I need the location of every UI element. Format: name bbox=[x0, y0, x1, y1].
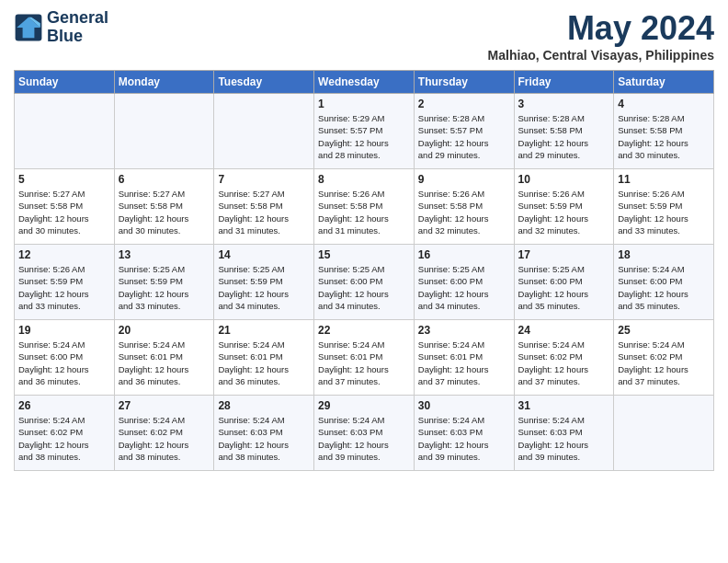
calendar-cell: 23Sunrise: 5:24 AMSunset: 6:01 PMDayligh… bbox=[414, 320, 514, 396]
day-info-line: Sunset: 5:58 PM bbox=[18, 201, 83, 211]
day-info-line: Daylight: 12 hours bbox=[518, 364, 589, 374]
day-info-line: and 37 minutes. bbox=[418, 376, 481, 386]
day-info-line: and 30 minutes. bbox=[18, 225, 81, 236]
day-info-line: Daylight: 12 hours bbox=[618, 138, 688, 148]
day-info-line: and 30 minutes. bbox=[119, 225, 181, 236]
day-number: 13 bbox=[119, 248, 210, 261]
day-info: Sunrise: 5:25 AMSunset: 6:00 PMDaylight:… bbox=[318, 263, 410, 312]
day-info-line: Sunrise: 5:26 AM bbox=[18, 264, 85, 274]
calendar-cell: 13Sunrise: 5:25 AMSunset: 5:59 PMDayligh… bbox=[114, 245, 214, 320]
day-info-line: Daylight: 12 hours bbox=[119, 289, 189, 299]
day-info-line: Sunset: 6:01 PM bbox=[318, 351, 382, 362]
calendar-cell: 30Sunrise: 5:24 AMSunset: 6:03 PMDayligh… bbox=[414, 396, 514, 471]
day-info-line: and 37 minutes. bbox=[318, 376, 381, 386]
day-info-line: and 36 minutes. bbox=[18, 376, 81, 386]
weekday-header-wednesday: Wednesday bbox=[314, 71, 415, 94]
day-info-line: Daylight: 12 hours bbox=[418, 364, 489, 374]
day-info-line: Daylight: 12 hours bbox=[218, 440, 289, 450]
day-info-line: Sunrise: 5:26 AM bbox=[318, 189, 384, 199]
day-info: Sunrise: 5:24 AMSunset: 6:03 PMDaylight:… bbox=[518, 414, 610, 463]
day-number: 2 bbox=[418, 98, 510, 110]
calendar-cell: 22Sunrise: 5:24 AMSunset: 6:01 PMDayligh… bbox=[314, 320, 415, 396]
day-info-line: Sunrise: 5:28 AM bbox=[618, 113, 684, 123]
day-info-line: Daylight: 12 hours bbox=[18, 440, 89, 450]
day-info-line: Daylight: 12 hours bbox=[418, 440, 489, 450]
day-info-line: Sunrise: 5:26 AM bbox=[618, 189, 684, 199]
calendar-cell bbox=[614, 396, 714, 471]
day-info: Sunrise: 5:28 AMSunset: 5:57 PMDaylight:… bbox=[418, 112, 510, 161]
day-info-line: Sunset: 6:01 PM bbox=[119, 351, 183, 362]
calendar-cell bbox=[214, 94, 314, 169]
day-number: 28 bbox=[218, 399, 310, 412]
day-info-line: Sunset: 6:02 PM bbox=[119, 427, 183, 437]
weekday-header-friday: Friday bbox=[514, 71, 614, 94]
day-info-line: Daylight: 12 hours bbox=[318, 364, 389, 374]
day-info-line: and 32 minutes. bbox=[518, 225, 581, 236]
day-info-line: Sunrise: 5:24 AM bbox=[18, 415, 85, 425]
day-info: Sunrise: 5:24 AMSunset: 6:03 PMDaylight:… bbox=[418, 414, 510, 463]
day-info: Sunrise: 5:25 AMSunset: 5:59 PMDaylight:… bbox=[218, 263, 310, 312]
day-info: Sunrise: 5:26 AMSunset: 5:59 PMDaylight:… bbox=[18, 263, 110, 312]
day-info: Sunrise: 5:24 AMSunset: 6:02 PMDaylight:… bbox=[18, 414, 110, 463]
day-info-line: Sunset: 5:59 PM bbox=[18, 276, 83, 286]
day-info-line: Sunrise: 5:27 AM bbox=[218, 189, 284, 199]
day-info-line: Sunset: 6:02 PM bbox=[518, 351, 583, 362]
day-info-line: and 29 minutes. bbox=[518, 150, 581, 160]
day-number: 20 bbox=[119, 324, 210, 337]
day-info-line: Daylight: 12 hours bbox=[618, 213, 688, 224]
day-info-line: Sunrise: 5:25 AM bbox=[119, 264, 185, 274]
day-info-line: Daylight: 12 hours bbox=[418, 213, 489, 224]
day-info-line: Sunrise: 5:24 AM bbox=[618, 339, 684, 350]
day-info-line: and 29 minutes. bbox=[418, 150, 481, 160]
day-number: 23 bbox=[418, 324, 510, 337]
day-info-line: Sunset: 5:58 PM bbox=[119, 201, 183, 211]
day-info-line: Sunrise: 5:28 AM bbox=[418, 113, 484, 123]
calendar-cell: 20Sunrise: 5:24 AMSunset: 6:01 PMDayligh… bbox=[114, 320, 214, 396]
day-number: 22 bbox=[318, 324, 410, 337]
day-info-line: and 31 minutes. bbox=[318, 225, 381, 236]
day-info-line: Sunset: 6:00 PM bbox=[518, 276, 583, 286]
day-info: Sunrise: 5:24 AMSunset: 6:00 PMDaylight:… bbox=[618, 263, 710, 312]
day-info-line: Sunset: 5:59 PM bbox=[218, 276, 282, 286]
day-info: Sunrise: 5:27 AMSunset: 5:58 PMDaylight:… bbox=[119, 188, 210, 236]
day-info-line: Sunset: 5:57 PM bbox=[418, 125, 483, 135]
weekday-header-tuesday: Tuesday bbox=[214, 71, 314, 94]
day-info-line: Sunset: 5:58 PM bbox=[418, 201, 483, 211]
day-info-line: Daylight: 12 hours bbox=[18, 213, 89, 224]
day-number: 17 bbox=[518, 248, 610, 261]
day-info-line: Sunset: 6:03 PM bbox=[418, 427, 483, 437]
calendar-cell: 15Sunrise: 5:25 AMSunset: 6:00 PMDayligh… bbox=[314, 245, 415, 320]
day-info-line: Sunrise: 5:24 AM bbox=[518, 339, 585, 350]
day-info: Sunrise: 5:28 AMSunset: 5:58 PMDaylight:… bbox=[618, 112, 710, 161]
day-number: 25 bbox=[618, 324, 710, 337]
day-info-line: and 39 minutes. bbox=[518, 452, 581, 462]
day-info-line: Sunset: 6:03 PM bbox=[218, 427, 282, 437]
day-info-line: Sunrise: 5:27 AM bbox=[18, 189, 85, 199]
day-info-line: and 39 minutes. bbox=[418, 452, 481, 462]
logo-icon bbox=[14, 13, 43, 42]
day-info-line: Sunset: 5:57 PM bbox=[318, 125, 382, 135]
day-info-line: and 39 minutes. bbox=[318, 452, 381, 462]
day-info-line: Sunrise: 5:24 AM bbox=[418, 415, 484, 425]
calendar-cell bbox=[114, 94, 214, 169]
day-info-line: Sunrise: 5:25 AM bbox=[218, 264, 284, 274]
calendar-table: SundayMondayTuesdayWednesdayThursdayFrid… bbox=[14, 70, 714, 471]
weekday-header-monday: Monday bbox=[114, 71, 214, 94]
day-info-line: and 34 minutes. bbox=[218, 301, 280, 311]
day-number: 5 bbox=[18, 173, 110, 186]
day-info-line: Daylight: 12 hours bbox=[218, 289, 289, 299]
day-info-line: Daylight: 12 hours bbox=[119, 213, 189, 224]
day-info-line: Daylight: 12 hours bbox=[318, 213, 389, 224]
weekday-header-saturday: Saturday bbox=[614, 71, 714, 94]
day-info-line: and 37 minutes. bbox=[518, 376, 581, 386]
day-info: Sunrise: 5:24 AMSunset: 6:01 PMDaylight:… bbox=[119, 339, 210, 387]
day-info-line: Sunset: 6:00 PM bbox=[318, 276, 382, 286]
day-info-line: Sunrise: 5:29 AM bbox=[318, 113, 384, 123]
day-info-line: Sunrise: 5:24 AM bbox=[119, 415, 185, 425]
day-info-line: Sunrise: 5:26 AM bbox=[418, 189, 484, 199]
day-info-line: Sunrise: 5:25 AM bbox=[418, 264, 484, 274]
day-info-line: Daylight: 12 hours bbox=[218, 364, 289, 374]
day-info-line: Sunset: 5:59 PM bbox=[618, 201, 682, 211]
day-info-line: Sunset: 5:58 PM bbox=[518, 125, 583, 135]
calendar-week-1: 5Sunrise: 5:27 AMSunset: 5:58 PMDaylight… bbox=[15, 169, 714, 245]
